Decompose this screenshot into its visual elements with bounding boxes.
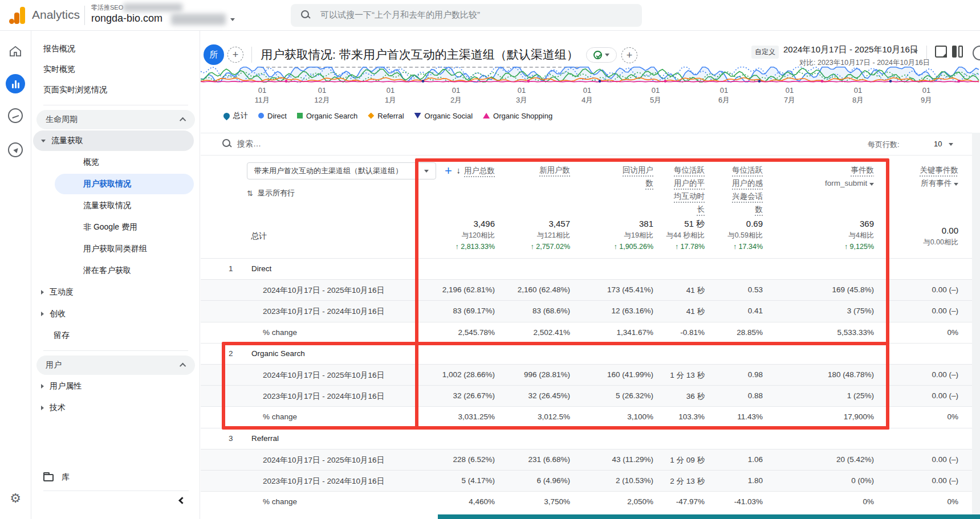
legend-marker-icon (222, 111, 231, 120)
channel-group-row[interactable]: 3Referral (201, 428, 980, 449)
sidebar-item-流量获取[interactable]: 流量获取 (33, 130, 194, 151)
table-row[interactable]: % change4,460%3,750%2,050%-47.97%-41.03%… (201, 491, 980, 512)
sidebar-item-非 Google 费用[interactable]: 非 Google 费用 (55, 217, 194, 238)
column-header[interactable]: 新用户数 (530, 164, 570, 177)
table-row[interactable]: % change2,545.78%2,502.41%1,341.67%-0.81… (201, 322, 980, 343)
x-tick-label: 012月 (439, 85, 473, 105)
column-header[interactable]: 回访用户 数 (619, 164, 653, 190)
top-header-bar: Analytics 零活推SEO rongda-bio.com 可以试搜一下“上… (0, 0, 980, 31)
sidebar-item-用户获取同类群组[interactable]: 用户获取同类群组 (55, 239, 194, 259)
report-title[interactable]: 用户获取情况: 带来用户首次互动的主渠道组（默认渠道组） (261, 47, 579, 68)
sidebar-item-生命周期[interactable]: 生命周期 (36, 110, 195, 129)
totals-cell: 0.69与0.59相比↑ 17.34% (727, 218, 763, 252)
table-row[interactable]: 2023年10月17日 - 2024年10月16日32 (26.67%)32 (… (201, 385, 980, 406)
segment-chip-all-users[interactable]: 所 (204, 44, 224, 65)
legend-item-Organic Search[interactable]: Organic Search (297, 112, 357, 120)
column-header[interactable]: ↓用户总数 (441, 164, 495, 177)
sidebar-item-互动度[interactable]: 互动度 (33, 282, 198, 303)
column-header[interactable]: 每位活跃 用户的感 兴趣会话 数 (729, 164, 763, 216)
channel-group-row[interactable]: 2Organic Search (201, 343, 980, 364)
legend-item-Organic Social[interactable]: Organic Social (414, 112, 473, 120)
legend-item-Referral[interactable]: Referral (368, 112, 404, 120)
search-icon (301, 10, 310, 19)
notes-icon[interactable] (935, 46, 947, 58)
collapse-sidebar-icon[interactable] (178, 497, 186, 504)
sidebar-item-概览[interactable]: 概览 (55, 152, 194, 173)
x-tick-label: 015月 (639, 85, 673, 105)
date-range-picker[interactable]: 2024年10月17日 - 2025年10月16日 (783, 44, 918, 55)
column-header[interactable]: 关键事件数所有事件 (907, 164, 958, 190)
sidebar-item-library[interactable]: 库 (32, 467, 200, 488)
table-row[interactable]: % change3,031.25%3,012.5%3,100%103.3%11.… (201, 406, 980, 427)
property-name[interactable]: rongda-bio.com (91, 13, 162, 24)
chart-point-marker (664, 80, 667, 83)
table-row[interactable]: 2024年10月17日 - 2025年10月16日1,002 (28.66%)9… (201, 364, 980, 385)
left-icon-rail: ⚙ (0, 31, 31, 519)
table-row[interactable]: 2024年10月17日 - 2025年10月16日228 (6.52%)231 … (201, 449, 980, 470)
sidebar-item-用户[interactable]: 用户 (36, 355, 195, 375)
admin-gear-icon[interactable]: ⚙ (10, 492, 21, 505)
dimension-dropdown[interactable]: 带来用户首次互动的主渠道组（默认渠道组） (247, 162, 436, 179)
table-search-input[interactable]: 搜索… (237, 139, 261, 149)
sidebar-item-潜在客户获取[interactable]: 潜在客户获取 (55, 260, 194, 281)
sidebar-item-用户属性[interactable]: 用户属性 (33, 376, 198, 397)
sidebar-item-实时概览[interactable]: 实时概览 (32, 59, 200, 80)
global-search-input[interactable]: 可以试搜一下“上个月和去年的用户数比较” (291, 4, 642, 27)
sidebar-item-流量获取情况[interactable]: 流量获取情况 (55, 195, 194, 216)
legend-item-Organic Shopping[interactable]: Organic Shopping (483, 112, 552, 120)
table-cell: 0.41 (748, 307, 763, 315)
sidebar-item-创收[interactable]: 创收 (33, 304, 198, 324)
table-cell: 36 秒 (686, 391, 705, 402)
table-cell: 3,031.25% (458, 412, 495, 421)
column-header[interactable]: 每位活跃 用户的平 均互动时 长 (670, 164, 705, 216)
rows-per-page-value[interactable]: 10 (934, 140, 942, 148)
date-caret-icon[interactable] (913, 50, 918, 53)
table-row[interactable]: 2023年10月17日 - 2024年10月16日83 (69.17%)83 (… (201, 300, 980, 321)
add-comparison-button[interactable]: + (227, 47, 243, 63)
table-row[interactable]: 2023年10月17日 - 2024年10月16日5 (4.17%)6 (4.9… (201, 470, 980, 491)
channel-group-row[interactable]: 1Direct (201, 258, 980, 279)
legend-item-总计[interactable]: 总计 (223, 111, 248, 121)
caret-icon (954, 183, 958, 186)
table-right-scroll-strip[interactable] (972, 133, 980, 514)
metric-event-selector[interactable]: form_submit (811, 177, 874, 190)
table-cell: 0% (863, 497, 874, 506)
chevron-up-icon (180, 363, 186, 369)
advertising-icon[interactable] (8, 142, 23, 157)
legend-label: Organic Social (425, 112, 473, 120)
table-cell: 17,900% (844, 412, 874, 421)
expand-all-rows-button[interactable]: ⇅ 显示所有行 (247, 188, 295, 198)
timeseries-chart[interactable] (201, 67, 980, 84)
rows-per-page-caret[interactable] (949, 143, 953, 146)
property-switcher-caret[interactable] (230, 18, 235, 21)
sidebar-item-报告概况[interactable]: 报告概况 (32, 39, 200, 59)
rows-per-page-label: 每页行数: (868, 140, 900, 150)
table-cell: 0% (947, 412, 958, 421)
home-icon[interactable] (9, 46, 22, 59)
table-row[interactable]: 2024年10月17日 - 2025年10月16日2,196 (62.81%)2… (201, 279, 980, 300)
legend-label: 总计 (233, 111, 248, 121)
library-label: 库 (62, 472, 70, 483)
totals-cell: 51 秒与44 秒相比↑ 17.78% (666, 218, 705, 252)
add-report-button[interactable]: + (621, 47, 637, 63)
sidebar-item-页面实时浏览情况[interactable]: 页面实时浏览情况 (32, 80, 200, 100)
x-tick-label: 016月 (707, 85, 741, 105)
metric-event-selector[interactable]: 所有事件 (907, 177, 958, 190)
table-cell: 0.00 (–) (932, 455, 958, 464)
sidebar-item-技术[interactable]: 技术 (33, 398, 198, 418)
compare-panel-icon[interactable] (952, 46, 965, 58)
sidebar-item-留存[interactable]: 留存 (32, 325, 200, 346)
table-cell: 0.00 (–) (932, 285, 958, 294)
sidebar-nav: 报告概况实时概览页面实时浏览情况生命周期流量获取概览用户获取情况流量获取情况非 … (32, 31, 200, 519)
reports-icon[interactable] (6, 74, 25, 93)
sidebar-divider (43, 350, 188, 351)
legend-label: Referral (377, 112, 404, 120)
sidebar-item-用户获取情况[interactable]: 用户获取情况 (55, 174, 194, 194)
legend-item-Direct[interactable]: Direct (258, 112, 287, 120)
explore-icon[interactable] (8, 108, 23, 123)
table-cell: 41 秒 (686, 285, 705, 296)
report-status-button[interactable] (586, 47, 617, 63)
expand-all-rows-label: 显示所有行 (258, 188, 295, 198)
insights-icon-cutoff[interactable] (973, 46, 980, 60)
column-header[interactable]: 事件数form_submit (811, 164, 874, 190)
